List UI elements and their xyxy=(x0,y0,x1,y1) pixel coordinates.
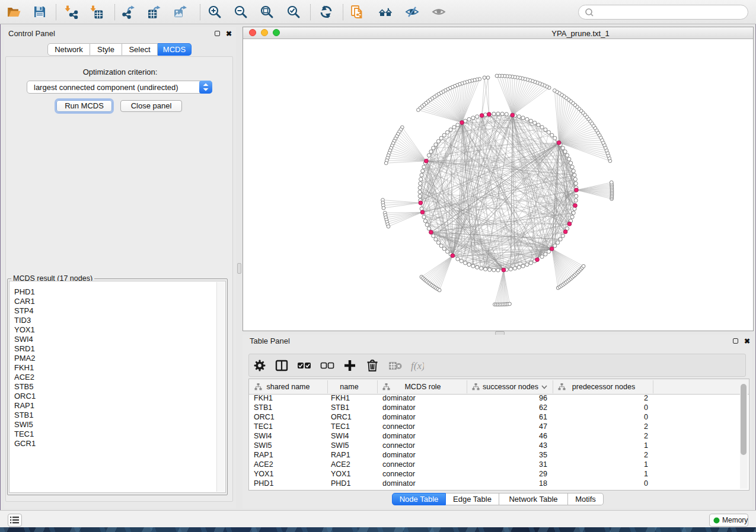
svg-text:f(x): f(x) xyxy=(411,360,424,371)
